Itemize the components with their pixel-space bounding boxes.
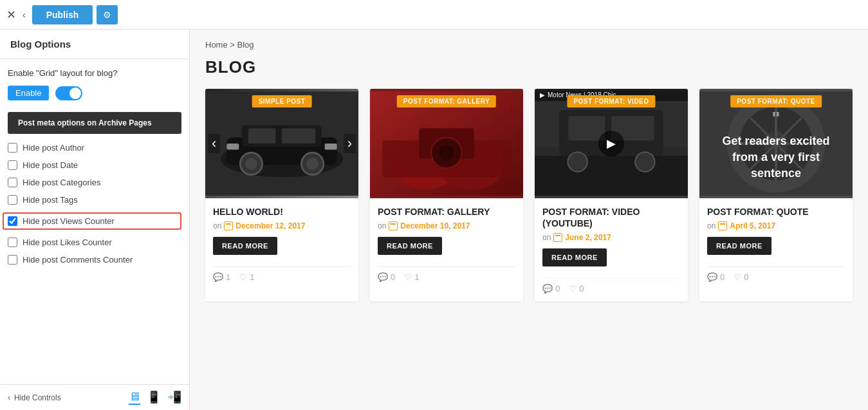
card-date-1: December 10, 2017 <box>400 221 470 230</box>
card-title-0: HELLO WORLD! <box>213 206 351 218</box>
comments-stat-3: 💬 0 <box>707 272 725 282</box>
card-date-prefix-3: on <box>707 221 716 230</box>
gear-button[interactable]: ⚙ <box>97 5 118 24</box>
card-date-prefix-1: on <box>378 221 386 230</box>
close-icon[interactable]: ✕ <box>6 8 16 22</box>
tablet-icon[interactable]: 📱 <box>147 390 161 405</box>
checkbox-hide-categories: Hide post Categories <box>8 178 181 187</box>
play-small-icon: ▶ <box>540 91 545 98</box>
breadcrumb: Home > Blog <box>205 40 853 50</box>
svg-rect-4 <box>248 128 276 144</box>
grid-layout-label: Enable "Grid" layout for blog? <box>8 68 181 78</box>
sidebar-title: Blog Options <box>0 30 189 59</box>
card-nav-right-0[interactable]: › <box>344 134 356 153</box>
toggle-row: Enable <box>8 86 181 100</box>
checkbox-categories-label: Hide post Categories <box>23 178 100 187</box>
checkbox-likes-input[interactable] <box>8 238 17 247</box>
checkbox-tags-input[interactable] <box>8 195 17 205</box>
card-image-2: ▶ Motor News | 2018 Chic... POST FORMAT:… <box>535 89 688 198</box>
desktop-icon[interactable]: 🖥 <box>129 390 140 405</box>
checkbox-views-input[interactable] <box>8 216 17 226</box>
likes-stat-1: ♡ 1 <box>404 272 419 282</box>
post-meta-button[interactable]: Post meta options on Archive Pages <box>8 112 181 134</box>
card-title-3: POST FORMAT: QUOTE <box>707 206 845 218</box>
cal-icon-1 <box>389 221 398 230</box>
blog-card-1: POST FORMAT: GALLERY POST FORMAT: GALLER… <box>370 89 523 301</box>
blog-card-3: " Get readers excited from a very first … <box>699 89 853 301</box>
svg-rect-11 <box>325 144 337 150</box>
checkbox-author-label: Hide post Author <box>23 143 84 153</box>
chevron-left-icon: ‹ <box>8 393 10 402</box>
svg-point-9 <box>306 158 319 170</box>
comment-count-3: 0 <box>720 272 725 282</box>
card-body-3: POST FORMAT: QUOTE on April 5, 2017 READ… <box>699 198 853 290</box>
checkbox-date-label: Hide post Date <box>23 160 78 170</box>
card-date-row-3: on April 5, 2017 <box>707 221 845 230</box>
checkbox-date-input[interactable] <box>8 160 17 170</box>
cal-icon-0 <box>224 221 233 230</box>
like-count-2: 0 <box>579 284 584 294</box>
publish-button[interactable]: Publish <box>32 5 93 24</box>
sidebar-footer: ‹ Hide Controls 🖥 📱 📲 <box>0 384 189 410</box>
like-icon-2: ♡ <box>569 284 577 294</box>
card-image-3: " Get readers excited from a very first … <box>699 89 853 198</box>
comment-icon-0: 💬 <box>213 272 223 282</box>
checkbox-hide-tags: Hide post Tags <box>8 195 181 205</box>
card-badge-2: POST FORMAT: VIDEO <box>567 95 655 107</box>
likes-stat-3: ♡ 0 <box>734 272 748 282</box>
comments-stat-0: 💬 1 <box>213 272 230 282</box>
comment-icon-1: 💬 <box>378 272 388 282</box>
card-stats-0: 💬 1 ♡ 1 <box>213 272 351 282</box>
chevron-icon[interactable]: ‹ <box>23 10 26 20</box>
comment-icon-3: 💬 <box>707 272 717 282</box>
comment-icon-2: 💬 <box>542 284 553 294</box>
card-badge-0: SIMPLE POST <box>252 95 312 107</box>
card-divider-3 <box>707 266 845 267</box>
card-date-row-1: on December 10, 2017 <box>378 221 515 230</box>
comments-stat-2: 💬 0 <box>542 284 560 294</box>
cal-icon-3 <box>718 221 727 230</box>
like-count-3: 0 <box>744 272 748 282</box>
comments-stat-1: 💬 0 <box>378 272 395 282</box>
checkbox-views-label: Hide post Views Counter <box>23 216 115 226</box>
card-divider-2 <box>542 278 680 279</box>
svg-point-27 <box>635 152 654 171</box>
card-date-3: April 5, 2017 <box>730 221 775 230</box>
card-date-prefix-2: on <box>542 233 551 242</box>
like-icon-3: ♡ <box>734 272 741 282</box>
checkbox-categories-input[interactable] <box>8 178 17 187</box>
read-more-btn-0[interactable]: READ MORE <box>213 237 277 255</box>
card-nav-left-0[interactable]: ‹ <box>208 134 220 153</box>
checkbox-comments-input[interactable] <box>8 255 17 265</box>
likes-stat-0: ♡ 1 <box>239 272 254 282</box>
read-more-btn-1[interactable]: READ MORE <box>378 237 442 255</box>
read-more-btn-3[interactable]: READ MORE <box>707 237 771 255</box>
toggle-label: Enable <box>8 86 49 100</box>
card-stats-3: 💬 0 ♡ 0 <box>707 272 845 282</box>
card-date-0: December 12, 2017 <box>235 221 305 230</box>
toggle-switch[interactable] <box>55 86 82 100</box>
toolbar: ✕ ‹ Publish ⚙ <box>0 0 868 30</box>
svg-rect-10 <box>226 144 239 150</box>
mobile-icon[interactable]: 📲 <box>167 390 181 405</box>
hide-controls-toggle[interactable]: ‹ Hide Controls <box>8 393 61 402</box>
checkbox-hide-likes: Hide post Likes Counter <box>8 238 181 247</box>
checkbox-author-input[interactable] <box>8 143 17 153</box>
hide-controls-label: Hide Controls <box>14 393 61 402</box>
card-body-0: HELLO WORLD! on December 12, 2017 READ M… <box>205 198 358 290</box>
svg-rect-21 <box>535 153 688 196</box>
svg-point-7 <box>245 158 257 170</box>
checkbox-hide-date: Hide post Date <box>8 160 181 170</box>
play-button-2[interactable]: ▶ <box>598 131 624 156</box>
main-layout: Blog Options Enable "Grid" layout for bl… <box>0 30 868 410</box>
content-area: Home > Blog BLOG <box>190 30 868 410</box>
card-date-2: June 2, 2017 <box>565 233 611 242</box>
checkbox-likes-label: Hide post Likes Counter <box>23 238 112 247</box>
footer-device-icons: 🖥 📱 📲 <box>129 390 181 405</box>
read-more-btn-2[interactable]: READ MORE <box>542 248 607 266</box>
card-divider-1 <box>378 266 515 267</box>
blog-grid: SIMPLE POST ‹ › HELLO WORLD! on December… <box>205 89 853 301</box>
checkbox-hide-comments: Hide post Comments Counter <box>8 255 181 265</box>
card-divider-0 <box>213 266 351 267</box>
likes-stat-2: ♡ 0 <box>569 284 584 294</box>
